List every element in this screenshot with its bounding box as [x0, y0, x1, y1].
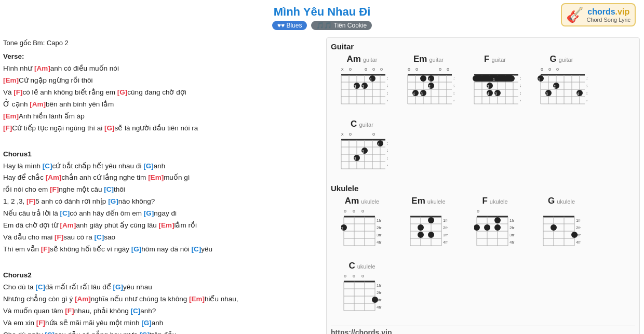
chord-c[interactable]: [C]	[104, 185, 114, 193]
music-icon: 🎵	[316, 22, 324, 29]
svg-text:1: 1	[428, 77, 431, 81]
svg-text:1fr: 1fr	[520, 76, 521, 81]
lyric-line: Hình như [Am]anh có điều muốn nói	[3, 63, 317, 75]
svg-text:o: o	[344, 208, 346, 213]
lyric-line: Thì em vẫn [F]sẽ không hối tiếc vì ngày …	[3, 244, 317, 256]
chord-c[interactable]: [C]	[45, 331, 55, 334]
svg-point-211	[372, 297, 378, 303]
g-ukulele-svg: 1fr 2fr 3fr 4fr	[541, 207, 582, 257]
chord-f[interactable]: [F]	[3, 124, 12, 132]
chord-em[interactable]: [Em]	[158, 221, 174, 229]
chord-c[interactable]: [C]	[191, 245, 201, 253]
svg-text:2: 2	[554, 85, 556, 88]
svg-point-160	[418, 232, 424, 238]
lyric-line: Và muốn quan tâm [F]nhau, phải không [C]…	[3, 305, 317, 317]
svg-text:o: o	[344, 273, 346, 278]
chord-f[interactable]: [F]	[50, 185, 59, 193]
chord-am[interactable]: [Am]	[34, 64, 50, 72]
svg-text:o: o	[349, 66, 352, 72]
verse-label: Verse:	[3, 51, 317, 63]
chord-f[interactable]: [F]	[14, 88, 22, 96]
chord-g[interactable]: [G]	[117, 88, 128, 96]
chord-em[interactable]: [Em]	[148, 173, 164, 181]
svg-text:o: o	[541, 66, 543, 72]
svg-text:1: 1	[378, 142, 380, 146]
chord-c[interactable]: [C]	[130, 307, 140, 315]
svg-text:o: o	[380, 66, 383, 72]
chord-em-ukulele: Em ukulele 1fr 2fr	[397, 196, 460, 257]
chord-f[interactable]: [F]	[55, 233, 63, 241]
chord-am[interactable]: [Am]	[60, 221, 76, 229]
svg-text:1fr: 1fr	[443, 218, 448, 223]
chord-g[interactable]: [G]	[141, 319, 152, 327]
chord-em[interactable]: [Em]	[189, 295, 205, 303]
svg-text:1fr: 1fr	[453, 76, 454, 81]
svg-text:o: o	[556, 66, 559, 72]
logo-subtitle: Chord Song Lyric	[586, 17, 630, 23]
chord-c[interactable]: [C]	[43, 162, 52, 170]
ukulele-chord-row2: C ukulele o o o	[331, 261, 635, 322]
lyric-line: Và dẫu cho mai [F]sau có ra [C]sao	[3, 232, 317, 244]
chord-am[interactable]: [Am]	[46, 173, 62, 181]
svg-text:o: o	[372, 131, 375, 137]
am-ukulele-svg: o o o 1fr 2fr	[341, 207, 383, 257]
chord-g-ukulele: G ukulele 1fr 2fr	[530, 196, 593, 257]
logo-text: chords.vip Chord Song Lyric	[586, 7, 630, 23]
tag-cookie[interactable]: 🎵 🎵 Tiên Cookie	[311, 21, 372, 30]
chords-section: Guitar Am guitar x o o o o	[322, 35, 644, 334]
chord-g[interactable]: [G]	[108, 197, 118, 205]
svg-text:2fr: 2fr	[576, 225, 581, 230]
chords-url[interactable]: https://chords.vip	[331, 326, 635, 334]
svg-text:2: 2	[362, 150, 364, 153]
chord-g-guitar: G guitar o o o	[530, 54, 593, 115]
guitar-icon: 🎸	[566, 6, 584, 23]
chorus1-label: Chorus1	[3, 149, 317, 161]
chord-f[interactable]: [F]	[65, 307, 74, 315]
chord-f[interactable]: [F]	[41, 245, 50, 253]
site-logo[interactable]: 🎸 chords.vip Chord Song Lyric	[561, 3, 636, 26]
svg-text:3fr: 3fr	[443, 233, 448, 237]
svg-text:o: o	[353, 273, 355, 278]
chord-g[interactable]: [G]	[113, 283, 124, 291]
chord-em[interactable]: [Em]	[3, 112, 19, 120]
am-guitar-svg: x o o o o	[336, 65, 388, 115]
tag-blues[interactable]: ♥ ♥ Blues	[272, 21, 307, 30]
chord-f-guitar: F guitar 1f	[464, 54, 526, 115]
chord-f[interactable]: [F]	[36, 319, 45, 327]
guitar-label: Guitar	[331, 42, 635, 51]
svg-point-178	[484, 224, 490, 231]
chord-f[interactable]: [F]	[26, 197, 35, 205]
chord-am[interactable]: [Am]	[75, 295, 91, 303]
svg-text:4fr: 4fr	[453, 98, 454, 103]
svg-text:o: o	[439, 66, 441, 72]
f-guitar-svg: 1fr 2fr 3fr 4fr 1 2 3	[469, 65, 521, 115]
svg-text:2: 2	[362, 85, 364, 88]
chord-c[interactable]: [C]	[35, 283, 45, 291]
guitar-chord-row2: C guitar x o o	[331, 119, 635, 180]
svg-text:4fr: 4fr	[377, 305, 382, 310]
tone-info: Tone gốc Bm: Capo 2	[3, 37, 317, 49]
lyric-line: Nhưng chẳng còn gì ý [Am]nghĩa nếu như c…	[3, 293, 317, 305]
chord-g[interactable]: [G]	[144, 209, 154, 217]
chord-g[interactable]: [G]	[104, 124, 115, 132]
chord-em[interactable]: [Em]	[3, 76, 19, 84]
svg-point-179	[494, 224, 501, 231]
chord-g[interactable]: [G]	[140, 331, 150, 334]
em-guitar-svg: o o o o	[403, 65, 454, 115]
chord-g[interactable]: [G]	[143, 162, 154, 170]
svg-point-194	[571, 232, 578, 238]
chord-c[interactable]: [C]	[60, 209, 70, 217]
lyric-line: rồi nói cho em [F]nghe một câu [C]thôi	[3, 184, 317, 196]
ukulele-chord-row: Am ukulele o o o	[331, 196, 635, 257]
chord-am[interactable]: [Am]	[30, 100, 46, 108]
chord-am-guitar: Am guitar x o o o o	[331, 54, 393, 115]
svg-text:3fr: 3fr	[387, 91, 388, 96]
svg-text:3fr: 3fr	[387, 156, 388, 161]
svg-text:1fr: 1fr	[387, 141, 388, 146]
chord-c[interactable]: [C]	[95, 233, 104, 241]
svg-text:2fr: 2fr	[377, 290, 382, 295]
lyric-line: Em đã chờ đợi từ [Am]anh giây phút ấy cũ…	[3, 220, 317, 232]
chord-g[interactable]: [G]	[131, 245, 142, 253]
svg-point-193	[551, 224, 557, 231]
song-title: Mình Yêu Nhau Đi	[0, 5, 644, 19]
